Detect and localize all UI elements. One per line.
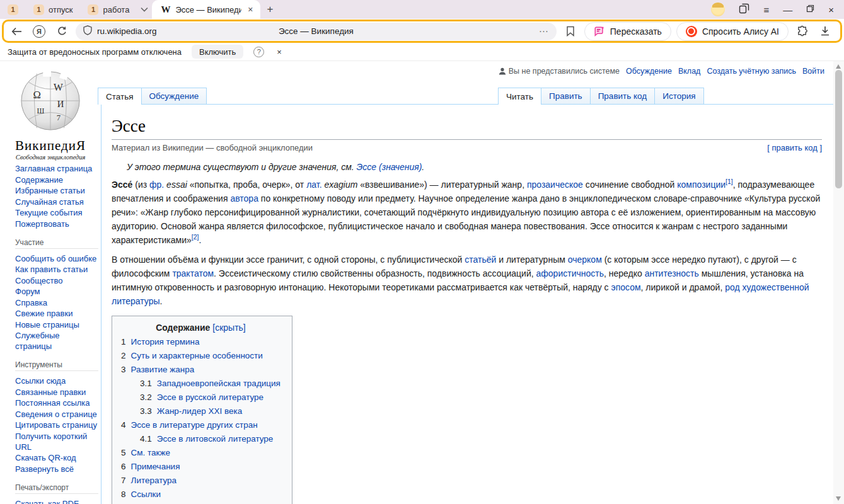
toc-link[interactable]: Ссылки	[131, 490, 161, 499]
sidebar-link[interactable]: Скачать как PDF	[15, 498, 98, 504]
sidebar-link[interactable]: Избранные статьи	[15, 185, 98, 196]
inline-link[interactable]: прозаическое	[527, 180, 583, 190]
site-shield-icon[interactable]	[83, 25, 92, 38]
inline-link[interactable]: эпосом	[611, 282, 640, 292]
help-icon[interactable]: ?	[253, 47, 264, 57]
toc-item[interactable]: 6Примечания	[121, 462, 280, 471]
inline-link[interactable]: трактатом	[172, 268, 214, 278]
sidebar-link[interactable]: Новые страницы	[15, 319, 98, 330]
toc-link[interactable]: Эссе в литовской литературе	[157, 434, 274, 444]
more-actions-icon[interactable]: ⋯	[539, 26, 549, 37]
active-tab-wikipedia[interactable]: W Эссе — Википедия ×	[152, 0, 260, 19]
profile-avatar[interactable]	[711, 3, 725, 16]
sidebar-link[interactable]: Содержание	[15, 175, 98, 185]
scroll-up-icon[interactable]	[836, 64, 841, 69]
inline-link[interactable]: фр.	[149, 180, 164, 190]
toc-item[interactable]: 3.1Западноевропейская традиция	[140, 379, 280, 388]
sidebar-link[interactable]: Получить короткий URL	[15, 431, 98, 452]
toc-link[interactable]: См. также	[131, 448, 171, 457]
inline-link[interactable]: [2]	[192, 233, 199, 241]
personal-link-contribs[interactable]: Вклад	[678, 67, 701, 76]
toc-item[interactable]: 3Развитие жанра	[121, 365, 280, 374]
toc-item[interactable]: 8Ссылки	[121, 490, 280, 499]
bookmark-icon[interactable]	[562, 23, 579, 40]
sidebar-link[interactable]: Пожертвовать	[15, 219, 98, 229]
browser-tab-rabota[interactable]: 1 работа	[80, 0, 137, 19]
reload-icon[interactable]	[53, 23, 71, 40]
inline-link[interactable]: Эссе (значения)	[357, 162, 422, 172]
sidebar-link[interactable]: Сообщество	[15, 275, 98, 286]
toc-item[interactable]: 7Литература	[121, 476, 280, 485]
sidebar-link[interactable]: Как править статьи	[15, 264, 98, 275]
sidebar-link[interactable]: Свежие правки	[15, 308, 98, 319]
tab-close-icon[interactable]: ×	[246, 4, 254, 14]
toc-item[interactable]: 1История термина	[121, 337, 280, 346]
toc-hide-link[interactable]: [скрыть]	[212, 323, 245, 333]
inline-link[interactable]: автора	[230, 193, 258, 203]
retell-button[interactable]: Пересказать	[584, 22, 671, 41]
personal-link-talk[interactable]: Обсуждение	[626, 67, 672, 76]
sidebar-link[interactable]: Форум	[15, 286, 98, 297]
tab-discussion[interactable]: Обсуждение	[141, 88, 207, 104]
pinned-tab[interactable]: 1	[0, 0, 26, 19]
toc-link[interactable]: История термина	[131, 337, 200, 346]
toc-item[interactable]: 4.1Эссе в литовской литературе	[140, 434, 280, 444]
inline-link[interactable]: антитезность	[645, 268, 699, 278]
tab-edit[interactable]: Править	[541, 88, 591, 104]
browser-tab-otpusk[interactable]: 1 отпуск	[26, 0, 80, 19]
sidebar-link[interactable]: Случайная статья	[15, 197, 98, 207]
window-close-icon[interactable]: ×	[828, 5, 834, 14]
personal-link-createaccount[interactable]: Создать учётную запись	[707, 67, 796, 76]
inline-link[interactable]: композиции	[677, 180, 725, 190]
inline-link[interactable]: статьёй	[465, 255, 496, 265]
toc-link[interactable]: Литература	[131, 476, 177, 485]
sidebar-link[interactable]: Заглавная страница	[15, 163, 98, 174]
yandex-home-icon[interactable]: Я	[30, 23, 48, 40]
sidebar-link[interactable]: Служебные страницы	[15, 330, 98, 352]
tab-list-chevron-icon[interactable]	[137, 0, 152, 19]
inline-link[interactable]: афористичность	[536, 268, 604, 278]
window-restore-icon[interactable]	[806, 4, 814, 15]
downloads-icon[interactable]	[816, 23, 834, 40]
new-tab-button[interactable]: +	[260, 0, 279, 19]
back-icon[interactable]	[8, 23, 25, 40]
toc-link[interactable]: Эссе в литературе других стран	[131, 420, 258, 430]
inline-link[interactable]: очерком	[568, 255, 602, 265]
tab-read[interactable]: Читать	[498, 88, 541, 105]
tab-edit-source[interactable]: Править код	[590, 88, 656, 104]
sidebar-link[interactable]: Постоянная ссылка	[15, 398, 98, 408]
toc-link[interactable]: Жанр-лидер XXI века	[157, 406, 242, 416]
ask-alice-button[interactable]: Спросить Алису AI	[676, 22, 789, 41]
toc-link[interactable]: Развитие жанра	[131, 365, 195, 374]
toc-item[interactable]: 4Эссе в литературе других стран	[121, 420, 280, 430]
toc-link[interactable]: Эссе в русской литературе	[157, 392, 263, 402]
sidebar-link[interactable]: Связанные правки	[15, 387, 98, 398]
inline-link[interactable]: [1]	[725, 178, 733, 185]
sidebar-link[interactable]: Цитировать страницу	[15, 420, 98, 430]
scrollbar-thumb[interactable]	[835, 70, 842, 188]
sidebar-link[interactable]: Текущие события	[15, 207, 98, 218]
toc-item[interactable]: 5См. также	[121, 448, 280, 457]
address-bar[interactable]: ru.wikipedia.org Эссе — Википедия ⋯	[76, 23, 557, 40]
browser-menu-icon[interactable]: ≡	[763, 5, 769, 14]
personal-link-login[interactable]: Войти	[802, 67, 824, 76]
sidebar-link[interactable]: Скачать QR-код	[15, 452, 98, 463]
extensions-puzzle-icon[interactable]	[794, 23, 811, 40]
page-scrollbar[interactable]	[833, 61, 844, 504]
scroll-down-icon[interactable]	[836, 496, 841, 501]
sidebar-link[interactable]: Справка	[15, 297, 98, 308]
toc-link[interactable]: Суть и характерные особенности	[131, 351, 263, 360]
sidebar-link[interactable]: Сведения о странице	[15, 409, 98, 420]
sidebar-link[interactable]: Ссылки сюда	[15, 375, 98, 386]
edit-source-link[interactable]: [ править код ]	[767, 143, 822, 152]
inline-link[interactable]: лат.	[306, 180, 321, 190]
tab-article[interactable]: Статья	[98, 88, 142, 105]
wikipedia-logo[interactable]: Ω W И 7 Ш ВикипедиЯ Свободная энциклопед…	[0, 69, 101, 161]
notification-close-icon[interactable]: ×	[277, 47, 282, 57]
tab-history[interactable]: История	[654, 88, 703, 104]
toc-link[interactable]: Западноевропейская традиция	[157, 379, 280, 388]
window-minimize-icon[interactable]: —	[783, 5, 792, 14]
toc-item[interactable]: 3.3Жанр-лидер XXI века	[140, 406, 280, 416]
toc-item[interactable]: 2Суть и характерные особенности	[121, 351, 280, 360]
sidebar-link[interactable]: Сообщить об ошибке	[15, 253, 98, 264]
